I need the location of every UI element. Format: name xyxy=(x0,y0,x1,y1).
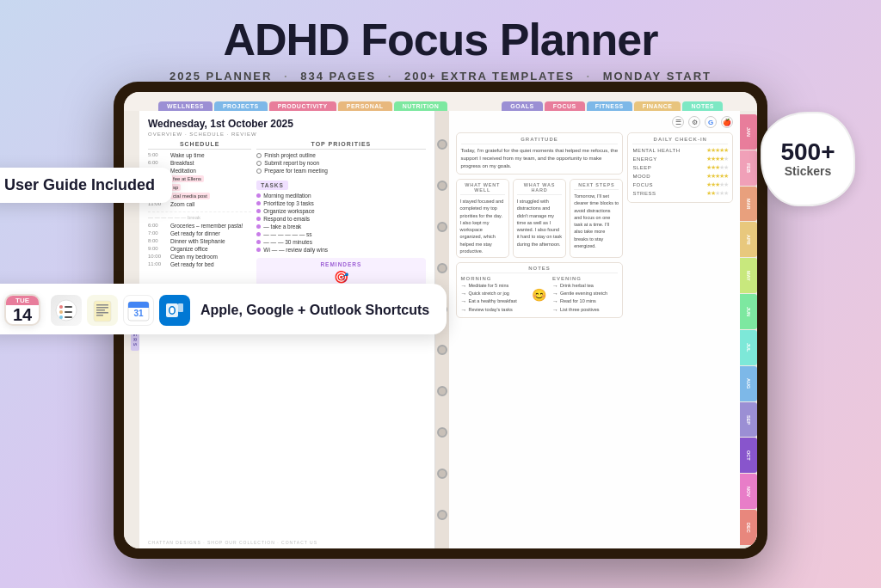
tab-notes[interactable]: NOTES xyxy=(682,101,723,111)
svg-text:31: 31 xyxy=(133,309,144,318)
tasks-column: TOP PRIORITIES Finish project outline Su… xyxy=(256,141,425,541)
tab-focus[interactable]: FOCUS xyxy=(545,101,585,111)
smiley-icon: 😊 xyxy=(532,288,546,302)
svg-point-2 xyxy=(59,310,63,314)
schedule-item: 11:00 Get ready for bed xyxy=(148,261,251,267)
right-main: GRATITUDE Today, I'm grateful for the qu… xyxy=(456,132,624,538)
task-item: — take a break xyxy=(256,224,425,230)
tab-nutrition[interactable]: NUTRITION xyxy=(394,101,448,111)
date-header: Wednesday, 1st October 2025 xyxy=(148,118,426,130)
task-item: Morning meditation xyxy=(256,193,425,199)
svg-rect-4 xyxy=(65,306,72,308)
date-badge-day: TUE xyxy=(6,296,39,305)
month-tab-jan[interactable]: JAN xyxy=(740,114,757,150)
notes-item: → Read for 10 mins xyxy=(552,298,618,305)
reminder-target-icon: 🎯 xyxy=(260,270,422,284)
main-title: ADHD Focus Planner xyxy=(0,15,881,64)
date-badge-num: 14 xyxy=(13,305,32,324)
apple-icon[interactable]: 🍎 xyxy=(721,116,733,128)
app-icons: 31 xyxy=(51,295,190,326)
priority-item: Prepare for team meeting xyxy=(256,168,425,174)
priority-item: Finish project outline xyxy=(256,152,425,158)
tab-wellness[interactable]: WELLNESS xyxy=(158,101,213,111)
schedule-item: 7:00 Get ready for dinner xyxy=(148,230,251,236)
notes-item: → Gentle evening stretch xyxy=(552,291,618,297)
right-sections: GRATITUDE Today, I'm grateful for the qu… xyxy=(456,132,734,538)
next-steps-text: Tomorrow, I'll set clearer time blocks t… xyxy=(574,193,619,249)
month-tab-feb[interactable]: FEB xyxy=(740,150,757,186)
title-section: ADHD Focus Planner 2025 PLANNER · 834 PA… xyxy=(0,0,881,83)
right-sidebar: DAILY CHECK-IN MENTAL HEALTH ★★★★★ ENERG… xyxy=(627,132,733,538)
tab-finance[interactable]: FINANCE xyxy=(634,101,681,111)
sticker-badge-inner: 500+ Stickers xyxy=(761,112,855,206)
reminders-header: REMINDERS xyxy=(260,261,422,267)
google-icon[interactable]: G xyxy=(705,116,717,128)
next-steps-box: NEXT STEPS Tomorrow, I'll set clearer ti… xyxy=(570,179,623,258)
tab-fitness[interactable]: FITNESS xyxy=(587,101,632,111)
subtitle-row: 2025 PLANNER · 834 PAGES · 200+ EXTRA TE… xyxy=(0,70,881,83)
menu-icon[interactable]: ☰ xyxy=(672,116,684,128)
schedule-item: 9:00 Organize office xyxy=(148,246,251,252)
tab-productivity[interactable]: PRODUCTIVITY xyxy=(269,101,336,111)
subtitle-part-4: MONDAY START xyxy=(603,70,712,83)
schedule-header: SCHEDULE xyxy=(148,141,251,150)
schedule-item: 6:00 Breakfast xyxy=(148,160,251,166)
month-tab-sep[interactable]: SEP xyxy=(740,402,757,438)
svg-rect-15 xyxy=(128,305,149,308)
bottom-row: WHAT WENT WELL I stayed focused and comp… xyxy=(456,179,624,258)
shortcuts-title: Apple, Google + Outlook Shortcuts xyxy=(200,302,429,318)
google-calendar-icon[interactable]: 31 xyxy=(123,295,154,326)
settings-icon[interactable]: ⚙ xyxy=(688,116,700,128)
ring xyxy=(437,510,447,520)
month-tab-aug[interactable]: AUG xyxy=(740,366,757,401)
tab-projects[interactable]: PROJECTS xyxy=(214,101,268,111)
checkin-stress: STRESS ★★★★★ xyxy=(632,190,728,197)
month-tab-oct[interactable]: OCT xyxy=(740,438,757,473)
notes-item: → Eat a healthy breakfast xyxy=(461,298,527,305)
morning-header: morning xyxy=(461,276,527,281)
checkin-focus: FOCUS ★★★★★ xyxy=(632,181,728,188)
bullet-circle xyxy=(256,153,262,158)
went-well-text: I stayed focused and completed my top pr… xyxy=(460,198,505,254)
month-tab-mar[interactable]: MAR xyxy=(740,187,757,222)
notes-item: → Drink herbal tea xyxy=(552,283,618,290)
task-item: Organize workspace xyxy=(256,208,425,214)
notes-header: NOTES xyxy=(461,266,619,273)
subtitle-part-3: 200+ EXTRA TEMPLATES xyxy=(404,70,575,83)
svg-rect-7 xyxy=(94,301,111,322)
month-tab-nov[interactable]: NOV xyxy=(740,474,757,509)
task-item: — — — — — — ss xyxy=(256,231,425,237)
was-hard-text: I struggled with distractions and didn't… xyxy=(517,198,562,248)
month-tab-jun[interactable]: JUN xyxy=(740,294,757,329)
notes-columns: morning → Meditate for 5 mins → Quick st… xyxy=(461,276,619,315)
month-tab-dec[interactable]: DEC xyxy=(740,510,757,545)
svg-point-1 xyxy=(59,305,63,309)
svg-point-20 xyxy=(170,307,175,313)
svg-rect-8 xyxy=(96,304,108,306)
svg-rect-5 xyxy=(65,311,72,313)
tab-personal[interactable]: PERSONAL xyxy=(338,101,392,111)
gratitude-text: Today, I'm grateful for the quiet moment… xyxy=(461,147,619,170)
notes-app-icon[interactable] xyxy=(87,295,118,326)
checkin-mental-health: MENTAL HEALTH ★★★★★ xyxy=(632,147,728,154)
outlook-icon[interactable] xyxy=(159,295,190,326)
left-columns: SCHEDULE 5:00 Wake up time 6:00 Breakfas… xyxy=(148,141,426,541)
svg-rect-21 xyxy=(178,303,183,312)
task-item: — — — 30 minutes xyxy=(256,239,425,245)
sticker-badge: 500+ Stickers xyxy=(761,112,855,206)
month-tab-apr[interactable]: APR xyxy=(740,222,757,257)
daily-checkin-header: DAILY CHECK-IN xyxy=(632,137,728,144)
ring xyxy=(437,469,447,479)
notes-item: → Review today's tasks xyxy=(461,307,527,314)
next-steps-header: NEXT STEPS xyxy=(574,182,619,190)
top-priorities-header: TOP PRIORITIES xyxy=(256,141,425,150)
evening-col: evening → Drink herbal tea → Gentle even… xyxy=(552,276,618,315)
checkin-energy: ENERGY ★★★★★ xyxy=(632,156,728,162)
tasks-label: TASKS xyxy=(256,181,288,190)
month-tab-may[interactable]: MAY xyxy=(740,258,757,293)
shortcuts-overlay: TUE 14 xyxy=(0,284,447,334)
schedule-item: 8:00 Dinner with Stephanie xyxy=(148,238,251,244)
tab-goals[interactable]: GOALS xyxy=(502,101,542,111)
reminders-app-icon[interactable] xyxy=(51,295,82,326)
month-tab-jul[interactable]: JUL xyxy=(740,330,757,365)
